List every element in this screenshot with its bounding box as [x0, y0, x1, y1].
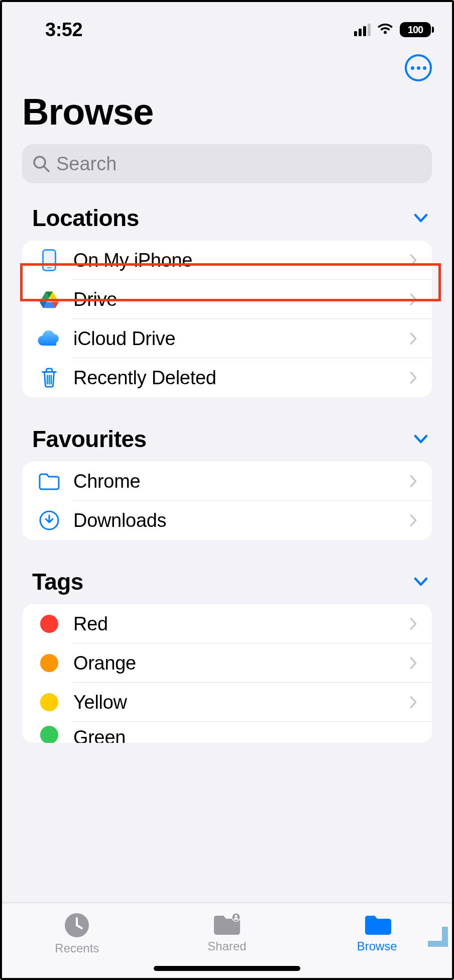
tab-label: Shared: [207, 939, 246, 953]
tag-color-dot: [33, 615, 65, 633]
chevron-right-icon: [408, 615, 419, 633]
svg-point-0: [34, 157, 45, 168]
google-drive-icon: [33, 290, 65, 309]
location-drive[interactable]: Drive: [22, 280, 432, 319]
chevron-right-icon: [408, 511, 419, 529]
list-item-label: Downloads: [65, 510, 408, 531]
chevron-right-icon: [408, 251, 419, 269]
chevron-right-icon: [408, 330, 419, 348]
tag-red[interactable]: Red: [22, 604, 432, 643]
folder-icon: [33, 472, 65, 490]
search-field[interactable]: [22, 144, 432, 183]
shared-folder-icon: [211, 912, 243, 936]
chevron-right-icon: [408, 693, 419, 711]
status-time: 3:52: [45, 19, 82, 41]
tab-label: Browse: [357, 939, 397, 953]
favourites-list: Chrome Downloads: [22, 462, 432, 540]
locations-list: On My iPhone Drive: [22, 241, 432, 397]
search-input[interactable]: [56, 153, 422, 175]
list-item-label: iCloud Drive: [65, 328, 408, 350]
tag-color-dot: [33, 726, 65, 743]
favourite-chrome[interactable]: Chrome: [22, 462, 432, 501]
folder-icon: [362, 912, 392, 936]
tab-recents[interactable]: Recents: [2, 903, 152, 978]
status-bar: 3:52 100: [2, 2, 452, 42]
chevron-right-icon: [408, 290, 419, 308]
tag-orange[interactable]: Orange: [22, 643, 432, 683]
location-on-my-iphone[interactable]: On My iPhone: [22, 241, 432, 280]
clock-icon: [64, 912, 90, 938]
search-icon: [32, 155, 50, 173]
list-item-label: Red: [65, 613, 408, 635]
tag-color-dot: [33, 654, 65, 672]
location-icloud-drive[interactable]: iCloud Drive: [22, 319, 432, 358]
chevron-down-icon[interactable]: [413, 574, 429, 590]
list-item-label: Chrome: [65, 471, 408, 492]
svg-point-6: [235, 915, 237, 917]
list-item-label: On My iPhone: [65, 250, 408, 271]
chevron-right-icon: [408, 472, 419, 490]
trash-icon: [33, 367, 65, 388]
locations-header[interactable]: Locations: [2, 204, 452, 241]
list-item-label: Orange: [65, 652, 408, 674]
tags-title: Tags: [32, 568, 83, 595]
favourites-title: Favourites: [32, 425, 147, 453]
chevron-right-icon: [408, 654, 419, 672]
battery-level: 100: [408, 24, 423, 36]
favourite-downloads[interactable]: Downloads: [22, 501, 432, 540]
list-item-label: Recently Deleted: [65, 367, 408, 389]
tag-yellow[interactable]: Yellow: [22, 683, 432, 722]
tag-color-dot: [33, 693, 65, 711]
download-icon: [33, 510, 65, 531]
locations-title: Locations: [32, 204, 139, 232]
more-options-button[interactable]: [405, 54, 432, 81]
list-item-label: Yellow: [65, 692, 408, 713]
list-item-label: Green: [65, 727, 419, 743]
watermark: [428, 927, 448, 947]
icloud-icon: [33, 331, 65, 347]
chevron-down-icon[interactable]: [413, 210, 429, 226]
tags-header[interactable]: Tags: [2, 568, 452, 604]
tab-label: Recents: [55, 941, 99, 955]
location-recently-deleted[interactable]: Recently Deleted: [22, 358, 432, 397]
tag-green[interactable]: Green: [22, 722, 432, 743]
status-indicators: 100: [354, 22, 431, 37]
iphone-icon: [33, 249, 65, 271]
cellular-signal-icon: [354, 23, 371, 36]
chevron-right-icon: [408, 369, 419, 387]
tags-list: Red Orange Yellow Green: [22, 604, 432, 743]
page-title: Browse: [2, 81, 452, 144]
svg-line-1: [44, 167, 49, 171]
list-item-label: Drive: [65, 289, 408, 310]
favourites-header[interactable]: Favourites: [2, 425, 452, 462]
chevron-down-icon[interactable]: [413, 431, 429, 447]
wifi-icon: [377, 24, 394, 36]
home-indicator: [154, 966, 300, 971]
battery-indicator: 100: [400, 22, 431, 37]
